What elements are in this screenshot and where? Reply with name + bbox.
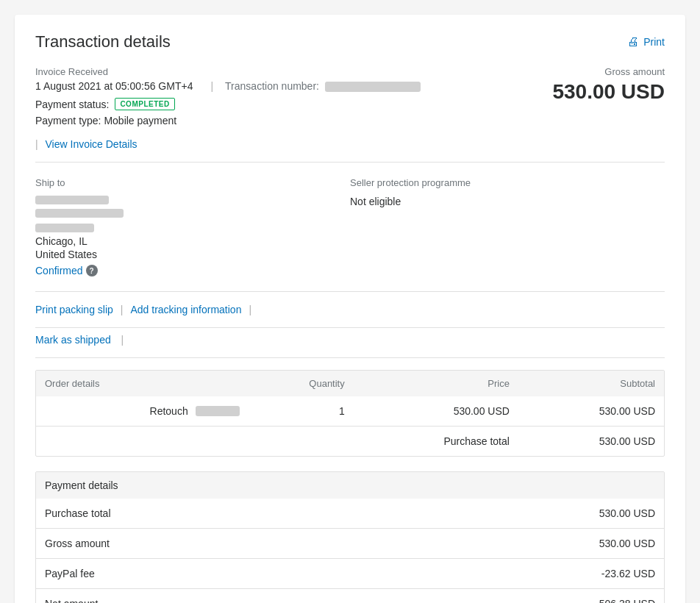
item-price-cell: 530.00 USD: [354, 396, 518, 427]
payment-status-label: Payment status:: [35, 99, 109, 110]
order-details-header: Order details: [36, 371, 249, 396]
payment-details-header: Payment details: [36, 472, 664, 499]
pd-label: Purchase total: [45, 507, 111, 519]
country: United States: [35, 249, 350, 260]
payment-details-section: Payment details Purchase total 530.00 US…: [35, 471, 665, 603]
print-button[interactable]: 🖨 Print: [627, 35, 665, 49]
address-line2: [35, 209, 124, 218]
transaction-number-value: [325, 80, 421, 92]
date-transaction-row: 1 August 2021 at 05:00:56 GMT+4 | Transa…: [35, 80, 421, 92]
invoice-date: 1 August 2021 at 05:00:56 GMT+4: [35, 80, 193, 92]
price-header: Price: [354, 371, 518, 396]
transaction-details-card: Transaction details 🖨 Print Invoice Rece…: [15, 15, 685, 603]
actions-row: Print packing slip | Add tracking inform…: [35, 292, 665, 328]
seller-protection-label: Seller protection programme: [350, 177, 665, 188]
gross-amount-value: 530.00 USD: [552, 80, 665, 104]
page-header: Transaction details 🖨 Print: [35, 32, 665, 51]
payment-type: Payment type: Mobile payment: [35, 115, 421, 126]
purchase-total-label: Purchase total: [354, 427, 518, 457]
order-table-header-row: Order details Quantity Price Subtotal: [36, 371, 664, 396]
seller-protection-section: Seller protection programme Not eligible: [350, 177, 665, 276]
pd-label: PayPal fee: [45, 568, 95, 579]
pd-value: 530.00 USD: [599, 507, 655, 519]
mark-shipped-row: Mark as shipped |: [35, 328, 665, 358]
item-subtotal-cell: 530.00 USD: [518, 396, 664, 427]
pd-value: -23.62 USD: [601, 568, 655, 579]
payment-status-row: Payment status: COMPLETED: [35, 98, 421, 110]
status-badge: COMPLETED: [115, 98, 174, 110]
purchase-total-value: 530.00 USD: [518, 427, 664, 457]
invoice-received-label: Invoice Received: [35, 66, 421, 77]
quantity-header: Quantity: [249, 371, 354, 396]
payment-detail-row: Gross amount 530.00 USD: [36, 529, 664, 559]
add-tracking-link[interactable]: Add tracking information: [130, 304, 241, 315]
item-quantity-cell: 1: [249, 396, 354, 427]
confirmed-row: Confirmed ?: [35, 265, 350, 276]
top-right: Gross amount 530.00 USD: [552, 66, 665, 104]
ship-to-label: Ship to: [35, 177, 350, 188]
ship-to-section: Ship to Chicago, IL United States Confir…: [35, 177, 350, 276]
print-packing-slip-link[interactable]: Print packing slip: [35, 304, 113, 315]
top-left: Invoice Received 1 August 2021 at 05:00:…: [35, 66, 421, 150]
purchase-total-row: Purchase total 530.00 USD: [36, 427, 664, 457]
city-blurred: [35, 224, 94, 232]
print-icon: 🖨: [627, 35, 639, 49]
city-state: Chicago, IL: [35, 235, 350, 247]
gross-amount-label: Gross amount: [552, 66, 665, 77]
item-thumbnail: [196, 406, 240, 416]
middle-section: Ship to Chicago, IL United States Confir…: [35, 163, 665, 292]
address-line1: [35, 196, 109, 204]
payment-detail-row: PayPal fee -23.62 USD: [36, 559, 664, 589]
pd-label: Net amount: [45, 598, 98, 603]
subtotal-header: Subtotal: [518, 371, 664, 396]
item-name-cell: Retouch: [36, 396, 249, 427]
transaction-number-label: Transaction number:: [225, 80, 319, 92]
table-row: Retouch 1 530.00 USD 530.00 USD: [36, 396, 664, 427]
pd-value: 530.00 USD: [599, 538, 655, 549]
order-details-container: Order details Quantity Price Subtotal Re…: [35, 370, 665, 457]
pd-label: Gross amount: [45, 538, 110, 549]
page-title: Transaction details: [35, 32, 171, 51]
info-icon[interactable]: ?: [86, 265, 98, 276]
mark-as-shipped-link[interactable]: Mark as shipped: [35, 334, 111, 346]
top-info-section: Invoice Received 1 August 2021 at 05:00:…: [35, 66, 665, 163]
payment-detail-row: Net amount 506.38 USD: [36, 589, 664, 603]
view-invoice-link[interactable]: View Invoice Details: [46, 138, 138, 150]
confirmed-link[interactable]: Confirmed: [35, 265, 83, 276]
payment-detail-row: Purchase total 530.00 USD: [36, 499, 664, 529]
payment-rows-container: Purchase total 530.00 USD Gross amount 5…: [36, 499, 664, 603]
seller-protection-value: Not eligible: [350, 196, 665, 207]
pd-value: 506.38 USD: [599, 598, 655, 603]
order-table: Order details Quantity Price Subtotal Re…: [36, 371, 664, 456]
